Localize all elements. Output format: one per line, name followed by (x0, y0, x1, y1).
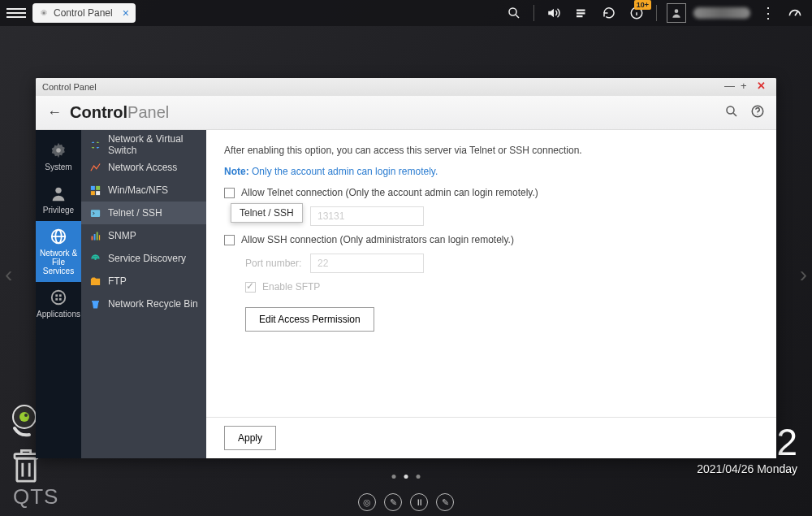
svg-rect-30 (55, 294, 58, 297)
svg-rect-33 (59, 298, 62, 301)
back-button[interactable]: ← (47, 104, 62, 121)
brand-logo: QTS (13, 484, 58, 509)
dock-icon-1[interactable]: ◎ (358, 493, 376, 511)
sidebar-item-win-mac-nfs[interactable]: Win/Mac/NFS (81, 179, 206, 202)
tasks-button[interactable] (571, 2, 592, 24)
svg-rect-6 (577, 15, 583, 17)
search-icon (507, 6, 521, 20)
refresh-button[interactable] (598, 2, 620, 24)
taskbar-tab-control-panel[interactable]: Control Panel × (32, 3, 136, 23)
user-menu-button[interactable] (666, 2, 687, 24)
sidebar-secondary: Network & Virtual Switch Network Access … (81, 130, 206, 458)
header-help-button[interactable] (750, 104, 765, 122)
header-search-button[interactable] (724, 104, 739, 122)
bars-icon (89, 230, 102, 242)
dock-icon-3[interactable]: ⏸ (410, 493, 428, 511)
sidebar-item-applications[interactable]: Applications (36, 282, 81, 325)
sidebar-item-privilege[interactable]: Privilege (36, 178, 81, 221)
radar-icon (89, 253, 102, 265)
checkbox-icon[interactable] (224, 235, 235, 245)
sidebar-item-telnet-ssh[interactable]: Telnet / SSH (81, 202, 206, 224)
ssh-checkbox-row[interactable]: Allow SSH connection (Only administrator… (224, 234, 758, 245)
speaker-icon (546, 6, 561, 20)
svg-line-21 (733, 113, 736, 116)
sftp-checkbox-row: Enable SFTP (245, 281, 758, 293)
notifications-button[interactable]: 10+ (626, 2, 647, 24)
sidebar-item-snmp[interactable]: SNMP (81, 224, 206, 247)
volume-button[interactable] (543, 2, 564, 24)
action-bar: Apply (206, 417, 776, 458)
os-icon (89, 184, 102, 197)
sidebar-item-network-virtual-switch[interactable]: Network & Virtual Switch (81, 133, 206, 156)
sidebar-item-label: Service Discovery (108, 253, 186, 264)
svg-rect-34 (91, 185, 95, 189)
window-minimize[interactable]: — (724, 80, 737, 93)
dashboard-button[interactable] (784, 2, 806, 24)
system-taskbar: Control Panel × 10+ ⋮ (0, 0, 812, 26)
ssh-port-row: Port number: (245, 254, 758, 273)
dock-icon-4[interactable]: ✎ (436, 493, 454, 511)
kebab-icon: ⋮ (761, 4, 775, 22)
help-icon (750, 104, 765, 119)
folder-icon (89, 275, 102, 288)
desktop-next[interactable]: › (797, 258, 810, 291)
intro-text: After enabling this option, you can acce… (224, 145, 758, 156)
svg-rect-31 (59, 294, 62, 297)
sidebar-item-network-access[interactable]: Network Access (81, 156, 206, 179)
svg-rect-5 (577, 12, 585, 14)
sidebar-item-system[interactable]: System (36, 135, 81, 178)
sidebar-item-ftp[interactable]: FTP (81, 270, 206, 293)
sftp-checkbox-label: Enable SFTP (262, 281, 320, 293)
svg-rect-37 (96, 191, 100, 195)
terminal-icon (89, 207, 102, 219)
sidebar-item-label: Privilege (43, 206, 74, 215)
taskbar-tab-label: Control Panel (54, 7, 113, 19)
switch-icon (89, 139, 102, 151)
bottom-dock: ◎ ✎ ⏸ ✎ (358, 493, 454, 511)
gear-icon (39, 8, 49, 18)
desktop-pager[interactable] (392, 475, 421, 479)
window-titlebar[interactable]: Control Panel — + ✕ (36, 78, 776, 96)
sidebar-item-label: Network & Virtual Switch (108, 133, 198, 156)
svg-rect-42 (99, 235, 100, 240)
svg-rect-38 (91, 210, 100, 217)
dock-icon-2[interactable]: ✎ (384, 493, 402, 511)
apply-button[interactable]: Apply (224, 426, 276, 450)
window-close[interactable]: ✕ (757, 80, 770, 93)
svg-rect-4 (577, 10, 585, 11)
sidebar-item-label: Network Recycle Bin (108, 298, 198, 310)
desktop-prev[interactable]: ‹ (2, 258, 15, 291)
svg-rect-19 (21, 450, 30, 453)
sidebar-item-label: Network Access (108, 162, 177, 173)
ssh-port-input[interactable] (310, 254, 424, 273)
telnet-port-input[interactable] (310, 206, 424, 226)
window-maximize[interactable]: + (741, 80, 754, 93)
telnet-checkbox-label: Allow Telnet connection (Only the accoun… (241, 187, 538, 198)
sidebar-item-service-discovery[interactable]: Service Discovery (81, 247, 206, 270)
telnet-port-row: Port number: (245, 206, 758, 226)
sidebar-item-label: Network & File Services (37, 249, 80, 275)
user-icon (50, 184, 67, 202)
main-menu-button[interactable] (6, 3, 26, 23)
sidebar-item-recycle-bin[interactable]: Network Recycle Bin (81, 293, 206, 315)
port-label: Port number: (245, 258, 310, 269)
more-menu-button[interactable]: ⋮ (757, 2, 778, 24)
sidebar-item-network[interactable]: Network & File Services (36, 221, 81, 282)
sidebar-item-label: SNMP (108, 230, 136, 241)
avatar-icon (667, 3, 686, 23)
svg-rect-36 (91, 191, 95, 195)
svg-marker-3 (548, 9, 554, 18)
checkbox-icon[interactable] (224, 188, 235, 198)
sidebar-item-label: FTP (108, 275, 127, 287)
search-button[interactable] (503, 2, 525, 24)
svg-point-25 (55, 188, 61, 193)
telnet-checkbox-row[interactable]: Allow Telnet connection (Only the accoun… (224, 187, 758, 198)
control-panel-window: Control Panel — + ✕ ← ControlPanel Syste… (36, 78, 776, 458)
svg-rect-35 (96, 185, 100, 189)
taskbar-tab-close[interactable]: × (123, 7, 129, 20)
sidebar-tooltip: Telnet / SSH (231, 203, 303, 223)
edit-access-permission-button[interactable]: Edit Access Permission (245, 307, 374, 332)
svg-point-14 (24, 414, 28, 417)
window-header: ← ControlPanel (36, 96, 776, 130)
username-display (693, 7, 750, 19)
